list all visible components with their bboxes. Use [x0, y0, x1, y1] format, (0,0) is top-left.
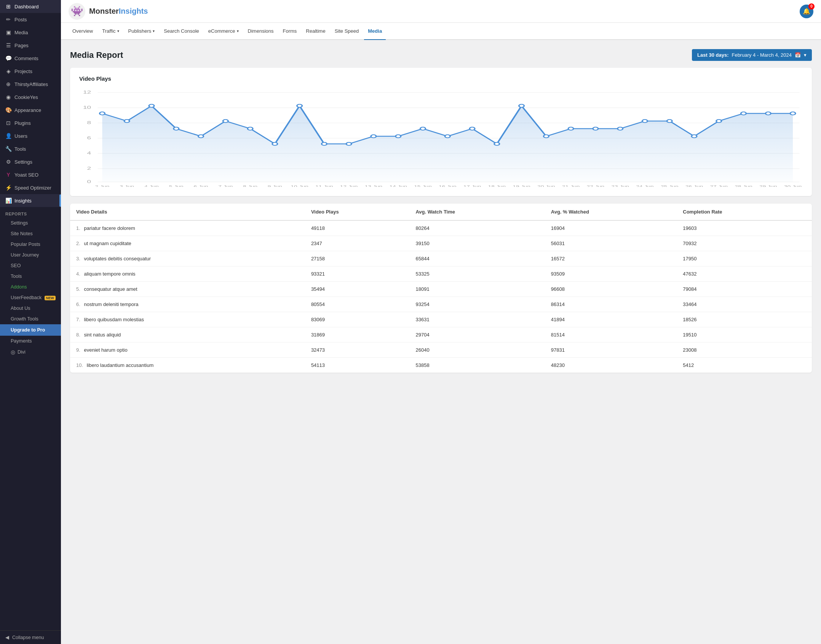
sidebar-item-appearance[interactable]: 🎨 Appearance: [0, 104, 61, 116]
sidebar-payments[interactable]: Payments: [0, 336, 61, 346]
collapse-menu-button[interactable]: ◀ Collapse menu: [0, 630, 61, 644]
sidebar-item-tools[interactable]: 🔧 Tools: [0, 142, 61, 155]
cell-video-plays: 32473: [305, 343, 410, 358]
sidebar-item-users[interactable]: 👤 Users: [0, 129, 61, 142]
row-number: 9.: [76, 347, 80, 353]
sidebar-sub-userfeedback[interactable]: UserFeedback NEW: [0, 292, 61, 303]
tab-forms[interactable]: Forms: [279, 23, 301, 40]
sidebar-sub-user-journey[interactable]: User Journey: [0, 250, 61, 260]
cell-watch-time: 80264: [409, 220, 545, 236]
sidebar-item-projects[interactable]: ◈ Projects: [0, 65, 61, 78]
sidebar-item-media[interactable]: ▣ Media: [0, 26, 61, 39]
tab-media[interactable]: Media: [364, 23, 386, 40]
tab-search-console[interactable]: Search Console: [160, 23, 203, 40]
cell-completion: 47632: [677, 266, 812, 282]
row-number: 4.: [76, 271, 80, 277]
svg-point-24: [272, 142, 278, 145]
tab-dimensions[interactable]: Dimensions: [244, 23, 278, 40]
sidebar-sub-tools[interactable]: Tools: [0, 271, 61, 282]
svg-point-32: [470, 127, 475, 130]
col-avg-watch-time: Avg. Watch Time: [409, 204, 545, 220]
sidebar-sub-popular-posts[interactable]: Popular Posts: [0, 239, 61, 250]
sidebar-item-label: Yoast SEO: [14, 172, 38, 178]
svg-point-27: [346, 142, 351, 145]
sidebar-item-label: Tools: [14, 146, 26, 152]
svg-point-23: [248, 127, 253, 130]
sidebar-item-label: ThirstyAffiliates: [14, 81, 48, 87]
logo-area: 👾 MonsterInsights: [69, 3, 148, 20]
svg-text:23 Jun: 23 Jun: [611, 185, 629, 187]
date-value: February 4 - March 4, 2024: [732, 52, 792, 58]
sidebar-item-label: Insights: [14, 198, 32, 204]
cell-video-plays: 35494: [305, 282, 410, 297]
svg-point-28: [371, 135, 376, 138]
sidebar-item-plugins[interactable]: ⊡ Plugins: [0, 116, 61, 129]
tab-ecommerce[interactable]: eCommerce ▾: [204, 23, 243, 40]
sidebar-item-posts[interactable]: ✏ Posts: [0, 13, 61, 26]
col-completion-rate: Completion Rate: [677, 204, 812, 220]
svg-text:27 Jun: 27 Jun: [710, 185, 728, 187]
sidebar-item-speed[interactable]: ⚡ Speed Optimizer: [0, 181, 61, 194]
sidebar-item-thirsty[interactable]: ⊕ ThirstyAffiliates: [0, 78, 61, 91]
tab-publishers[interactable]: Publishers ▾: [125, 23, 159, 40]
svg-point-37: [593, 127, 598, 130]
svg-point-39: [642, 120, 648, 123]
cell-video-plays: 93321: [305, 266, 410, 282]
sidebar-item-dashboard[interactable]: ⊞ Dashboard: [0, 0, 61, 13]
sidebar-item-pages[interactable]: ☰ Pages: [0, 39, 61, 52]
cell-watch-time: 93254: [409, 297, 545, 312]
data-table-card: Video Details Video Plays Avg. Watch Tim…: [70, 204, 812, 373]
table-row: 2. ut magnam cupiditate 2347 39150 56031…: [70, 236, 812, 251]
sidebar-item-cookieyes[interactable]: ◉ CookieYes: [0, 91, 61, 104]
cell-completion: 70932: [677, 236, 812, 251]
notification-bell[interactable]: 🔔 0: [800, 5, 813, 18]
sidebar-sub-site-notes[interactable]: Site Notes: [0, 228, 61, 239]
tab-site-speed[interactable]: Site Speed: [331, 23, 363, 40]
sidebar-upgrade-button[interactable]: Upgrade to Pro: [0, 324, 61, 336]
cell-video-name: 8. sint natus aliquid: [70, 327, 305, 343]
table-row: 10. libero laudantium accusantium 54113 …: [70, 358, 812, 373]
yoast-icon: Y: [5, 172, 11, 178]
cell-watch-time: 65844: [409, 251, 545, 266]
tab-traffic[interactable]: Traffic ▾: [98, 23, 123, 40]
cell-pct-watched: 56031: [545, 236, 677, 251]
tab-realtime[interactable]: Realtime: [302, 23, 329, 40]
table-row: 8. sint natus aliquid 31869 29704 81514 …: [70, 327, 812, 343]
sidebar-item-insights[interactable]: 📊 Insights: [0, 194, 61, 207]
svg-point-33: [494, 142, 500, 145]
svg-text:20 Jun: 20 Jun: [537, 185, 555, 187]
video-name: libero laudantium accusantium: [87, 362, 154, 368]
svg-text:10 Jun: 10 Jun: [291, 185, 308, 187]
svg-text:26 Jun: 26 Jun: [685, 185, 703, 187]
cell-watch-time: 53325: [409, 266, 545, 282]
sidebar-divi[interactable]: ◎ Divi: [0, 346, 61, 358]
insights-icon: 📊: [5, 198, 11, 204]
sidebar-sub-seo[interactable]: SEO: [0, 260, 61, 271]
svg-text:2 Jun: 2 Jun: [95, 185, 109, 187]
svg-text:11 Jun: 11 Jun: [315, 185, 333, 187]
svg-point-45: [790, 112, 795, 115]
svg-point-20: [174, 127, 179, 130]
sidebar-sub-growth-tools[interactable]: Growth Tools: [0, 314, 61, 324]
sidebar-item-label: CookieYes: [14, 94, 38, 100]
svg-text:13 Jun: 13 Jun: [365, 185, 383, 187]
svg-text:8: 8: [87, 120, 91, 125]
header-right: 🔔 0: [800, 5, 813, 18]
sidebar-item-yoast[interactable]: Y Yoast SEO: [0, 168, 61, 181]
cell-pct-watched: 96608: [545, 282, 677, 297]
sidebar-sub-settings[interactable]: Settings: [0, 218, 61, 228]
sidebar-sub-addons[interactable]: Addons: [0, 282, 61, 292]
media-icon: ▣: [5, 29, 11, 35]
tab-overview[interactable]: Overview: [69, 23, 97, 40]
sidebar-sub-about-us[interactable]: About Us: [0, 303, 61, 314]
date-range-button[interactable]: Last 30 days: February 4 - March 4, 2024…: [692, 49, 812, 61]
sidebar-item-settings[interactable]: ⚙ Settings: [0, 155, 61, 168]
cell-watch-time: 39150: [409, 236, 545, 251]
svg-point-43: [741, 112, 746, 115]
cell-pct-watched: 86314: [545, 297, 677, 312]
video-name: pariatur facere dolorem: [84, 225, 135, 231]
cell-video-name: 5. consequatur atque amet: [70, 282, 305, 297]
svg-text:4: 4: [87, 151, 91, 155]
svg-point-31: [445, 135, 450, 138]
sidebar-item-comments[interactable]: 💬 Comments: [0, 52, 61, 65]
